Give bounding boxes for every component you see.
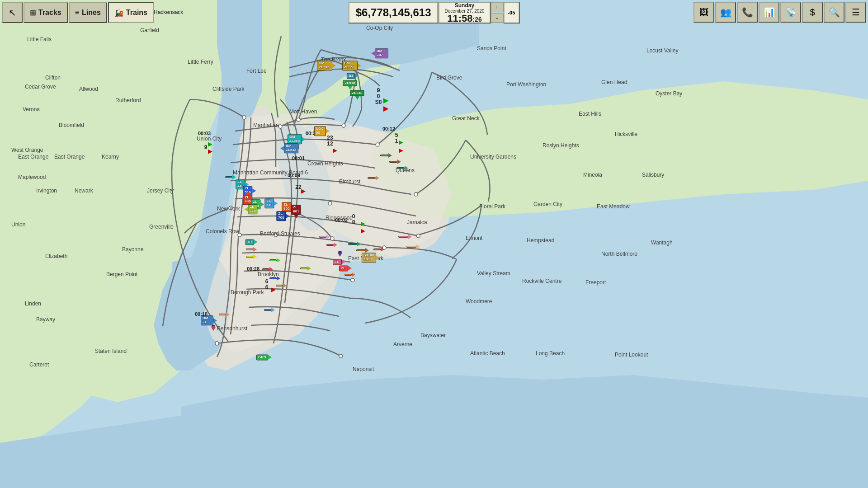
train-marker[interactable]: [338, 251, 342, 257]
train-marker[interactable]: GRN: [256, 355, 272, 361]
svg-marker-6: [371, 81, 868, 217]
city-label: Maplewood: [18, 174, 46, 180]
train-marker[interactable]: BM ZL950: [342, 61, 361, 70]
phone-button[interactable]: 📞: [737, 2, 758, 23]
right-toolbar: 🖼 👥 📞 📊 📡 $ 🔍 ☰: [692, 2, 868, 23]
number-group: 22: [295, 184, 301, 190]
city-label: Elizabeth: [45, 253, 67, 259]
train-marker[interactable]: ZL: [333, 259, 345, 265]
timezone-display: -05: [503, 2, 519, 23]
train-marker[interactable]: [246, 247, 257, 252]
svg-point-18: [376, 143, 379, 146]
tracks-button[interactable]: ⊞ Tracks: [24, 2, 68, 23]
city-label: Hackensack: [154, 9, 183, 15]
svg-marker-10: [276, 122, 330, 230]
finance-button[interactable]: $: [802, 2, 823, 23]
train-marker[interactable]: ZL 440: [251, 199, 264, 209]
time-label: 00:18: [195, 311, 208, 317]
city-label: Clifton: [45, 75, 61, 81]
train-marker[interactable]: [300, 266, 311, 271]
city-label: Ridgewood: [326, 215, 353, 221]
train-marker[interactable]: ZL 600: [282, 202, 295, 212]
stats-button[interactable]: 📊: [759, 2, 779, 23]
train-marker[interactable]: [269, 276, 280, 281]
time-controls: + -: [491, 2, 503, 23]
train-marker[interactable]: [225, 175, 236, 179]
train-marker[interactable]: BM ZL532: [280, 143, 298, 153]
train-marker[interactable]: [356, 248, 369, 253]
time-display[interactable]: Sunday December 27, 2020 11:58:26: [439, 2, 491, 23]
train-marker[interactable]: [389, 160, 401, 164]
city-label: Oyster Bay: [656, 90, 682, 97]
lines-button[interactable]: ≡ Lines: [69, 2, 107, 23]
train-marker[interactable]: ZL 440: [236, 179, 249, 189]
train-marker[interactable]: B3: [347, 73, 359, 79]
city-label: Little Ferry: [188, 59, 213, 65]
city-label: Mineola: [583, 172, 602, 178]
direction-arrow: ▶: [383, 98, 387, 104]
train-marker[interactable]: TR: [245, 239, 258, 245]
train-marker[interactable]: [348, 242, 361, 246]
train-marker[interactable]: [326, 243, 337, 247]
train-marker[interactable]: S3100 Z999: [362, 253, 380, 263]
signal-button[interactable]: 📡: [780, 2, 801, 23]
train-marker[interactable]: [211, 325, 216, 331]
train-marker[interactable]: [276, 283, 287, 288]
train-marker[interactable]: ZL 318: [244, 204, 257, 214]
train-marker[interactable]: [396, 166, 408, 170]
city-label: Atlantic Beach: [470, 350, 505, 357]
time-down-button[interactable]: -: [491, 13, 503, 23]
time-label: 00:28: [247, 266, 259, 272]
train-marker[interactable]: BM ZL555: [288, 134, 306, 144]
menu-button[interactable]: ☰: [845, 2, 866, 23]
city-label: Union City: [197, 136, 222, 142]
train-marker[interactable]: ZL 510: [243, 186, 256, 196]
cursor-button[interactable]: ↖: [2, 2, 23, 23]
train-marker[interactable]: ZL 700: [276, 211, 289, 221]
trains-button[interactable]: 🚂 Trains: [108, 2, 154, 23]
city-label: Crown Heights: [307, 160, 343, 167]
train-marker[interactable]: [380, 153, 392, 158]
train-marker[interactable]: [398, 235, 412, 239]
svg-point-26: [416, 234, 420, 238]
city-label: Hackensack: [154, 9, 183, 15]
city-label: Bayonne: [122, 246, 143, 253]
svg-marker-5: [199, 190, 344, 371]
train-marker[interactable]: [246, 254, 257, 259]
train-marker[interactable]: ZL318: [350, 90, 364, 100]
city-label: Irvington: [36, 188, 57, 194]
train-marker[interactable]: ZL: [339, 266, 352, 272]
search-button[interactable]: 🔍: [824, 2, 844, 23]
svg-point-15: [278, 125, 282, 128]
time-up-button[interactable]: +: [491, 2, 503, 12]
train-marker[interactable]: [368, 176, 379, 180]
train-marker[interactable]: ZL 449: [243, 191, 252, 205]
city-label: Elmhurst: [339, 178, 360, 185]
people-button[interactable]: 👥: [715, 2, 736, 23]
train-marker[interactable]: [264, 308, 275, 312]
train-marker[interactable]: ZL 601: [291, 205, 301, 218]
lines-label: Lines: [82, 9, 101, 17]
svg-point-20: [285, 206, 289, 210]
city-label: Great Neck: [452, 115, 480, 122]
train-marker[interactable]: [262, 267, 273, 272]
city-label: Bedford-Stuyves: [260, 230, 300, 237]
photo-button[interactable]: 🖼: [693, 2, 714, 23]
train-marker[interactable]: BM ZL: [201, 315, 217, 325]
city-label: Mott Haven: [289, 108, 317, 115]
city-label: Rockville Centre: [522, 278, 561, 284]
train-marker[interactable]: [344, 272, 355, 277]
train-marker[interactable]: ZL 519: [264, 198, 278, 208]
train-marker[interactable]: [363, 254, 375, 259]
train-marker[interactable]: [373, 247, 384, 252]
train-marker[interactable]: BM ZL732: [317, 61, 336, 70]
city-label: Cliffside Park: [212, 86, 244, 92]
train-marker[interactable]: ZL518: [343, 80, 357, 90]
train-marker[interactable]: LOC 95: [314, 126, 330, 136]
train-marker[interactable]: [219, 312, 230, 317]
train-marker[interactable]: [319, 235, 330, 239]
train-marker[interactable]: [406, 244, 420, 249]
train-marker[interactable]: [269, 258, 280, 263]
money-display[interactable]: $6,778,145,613: [349, 2, 439, 23]
train-marker[interactable]: BM Z07: [371, 48, 388, 58]
